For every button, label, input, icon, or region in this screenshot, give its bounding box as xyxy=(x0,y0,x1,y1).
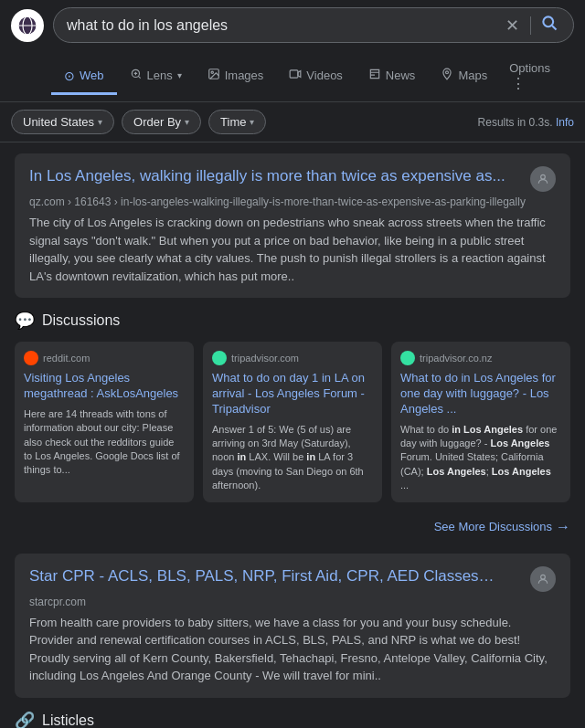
header: ✕ ⊙ Web Lens ▾ xyxy=(0,0,585,102)
search-submit-button[interactable] xyxy=(538,14,560,37)
first-result-card: In Los Angeles, walking illegally is mor… xyxy=(15,153,570,298)
svg-rect-10 xyxy=(291,70,299,78)
svg-line-6 xyxy=(552,26,557,30)
discussion-title-0[interactable]: Visiting Los Angeles megathread : AskLos… xyxy=(24,371,185,402)
reddit-favicon xyxy=(24,351,38,365)
discussion-card-2: tripadvisor.co.nz What to do in Los Ange… xyxy=(391,342,570,502)
discussion-source-0: reddit.com xyxy=(24,351,185,365)
lens-arrow-icon: ▾ xyxy=(177,70,182,80)
filters-row: United States ▾ Order By ▾ Time ▾ Result… xyxy=(0,102,585,142)
tripadvisor-nz-favicon xyxy=(400,351,415,365)
second-result-header: Star CPR - ACLS, BLS, PALS, NRP, First A… xyxy=(29,566,556,592)
svg-point-13 xyxy=(541,575,546,579)
svg-point-5 xyxy=(543,16,553,26)
maps-icon xyxy=(441,68,453,83)
discussions-grid: reddit.com Visiting Los Angeles megathre… xyxy=(15,342,570,502)
discussion-card-1: tripadvisor.com What to do on day 1 in L… xyxy=(203,342,382,502)
tripadvisor-favicon xyxy=(212,351,227,365)
second-result-card: Star CPR - ACLS, BLS, PALS, NRP, First A… xyxy=(15,554,570,698)
orderby-filter-arrow: ▾ xyxy=(185,117,189,127)
discussion-snippet-1: Answer 1 of 5: We (5 of us) are arriving… xyxy=(212,423,373,493)
results-info: Results in 0.3s. Info xyxy=(478,116,574,129)
web-icon: ⊙ xyxy=(64,69,75,83)
discussion-snippet-2: What to do in Los Angeles for one day wi… xyxy=(400,423,561,493)
images-icon xyxy=(207,68,220,83)
discussion-card-0: reddit.com Visiting Los Angeles megathre… xyxy=(15,342,194,502)
search-clear-button[interactable]: ✕ xyxy=(502,17,523,34)
search-bar-row: ✕ xyxy=(11,7,574,43)
search-box: ✕ xyxy=(53,7,574,43)
second-result-url: starcpr.com xyxy=(29,596,556,608)
info-link[interactable]: Info xyxy=(556,116,574,129)
first-result-favicon xyxy=(530,166,556,192)
tab-news[interactable]: News xyxy=(356,58,429,95)
search-input[interactable] xyxy=(67,17,495,34)
listicles-section: 🔗 Listicles THE 15 BEST Things to Do in … xyxy=(15,711,570,728)
discussion-source-2: tripadvisor.co.nz xyxy=(400,351,561,365)
first-result-title[interactable]: In Los Angeles, walking illegally is mor… xyxy=(29,166,523,186)
tab-lens[interactable]: Lens ▾ xyxy=(117,58,195,95)
main-content: In Los Angeles, walking illegally is mor… xyxy=(0,142,585,728)
nav-tabs: ⊙ Web Lens ▾ Images xyxy=(11,52,574,101)
second-result-title[interactable]: Star CPR - ACLS, BLS, PALS, NRP, First A… xyxy=(29,566,523,586)
tab-images[interactable]: Images xyxy=(195,58,277,95)
orderby-filter[interactable]: Order By ▾ xyxy=(122,110,201,134)
search-divider xyxy=(530,16,531,35)
discussions-section: 💬 Discussions reddit.com Visiting Los An… xyxy=(15,311,570,541)
discussions-heading: 💬 Discussions xyxy=(15,311,570,331)
discussion-title-1[interactable]: What to do on day 1 in LA on arrival - L… xyxy=(212,371,373,417)
listicles-icon: 🔗 xyxy=(15,711,35,728)
time-filter-arrow: ▾ xyxy=(250,117,254,127)
time-filter[interactable]: Time ▾ xyxy=(208,110,266,134)
see-more-discussions-link[interactable]: See More Discussions → xyxy=(434,519,570,535)
tab-maps[interactable]: Maps xyxy=(428,58,500,95)
tab-videos[interactable]: Videos xyxy=(276,58,356,95)
tab-web[interactable]: ⊙ Web xyxy=(51,59,117,95)
location-filter[interactable]: United States ▾ xyxy=(11,110,114,134)
svg-point-11 xyxy=(446,71,449,74)
discussion-title-2[interactable]: What to do in Los Angeles for one day wi… xyxy=(400,371,561,417)
second-result-snippet: From health care providers to baby sitte… xyxy=(29,614,556,685)
listicles-heading: 🔗 Listicles xyxy=(15,711,570,728)
logo[interactable] xyxy=(11,9,44,42)
see-more-arrow-icon: → xyxy=(556,519,570,535)
discussion-snippet-0: Here are 14 threads with tons of informa… xyxy=(24,407,185,478)
svg-point-12 xyxy=(541,174,546,179)
svg-point-9 xyxy=(211,71,213,73)
videos-icon xyxy=(289,68,302,83)
discussion-source-1: tripadvisor.com xyxy=(212,351,373,365)
discussions-icon: 💬 xyxy=(15,311,35,331)
first-result-url: qz.com › 161643 › in-los-angeles-walking… xyxy=(29,195,556,208)
see-more-row: See More Discussions → xyxy=(15,513,570,541)
first-result-snippet: The city of Los Angeles is cracking down… xyxy=(29,214,556,285)
second-result-favicon xyxy=(530,566,556,592)
lens-icon xyxy=(130,68,143,83)
location-filter-arrow: ▾ xyxy=(98,117,102,127)
options-menu[interactable]: Options ⋮ xyxy=(500,52,574,101)
first-result-header: In Los Angeles, walking illegally is mor… xyxy=(29,166,556,192)
news-icon xyxy=(368,68,381,83)
